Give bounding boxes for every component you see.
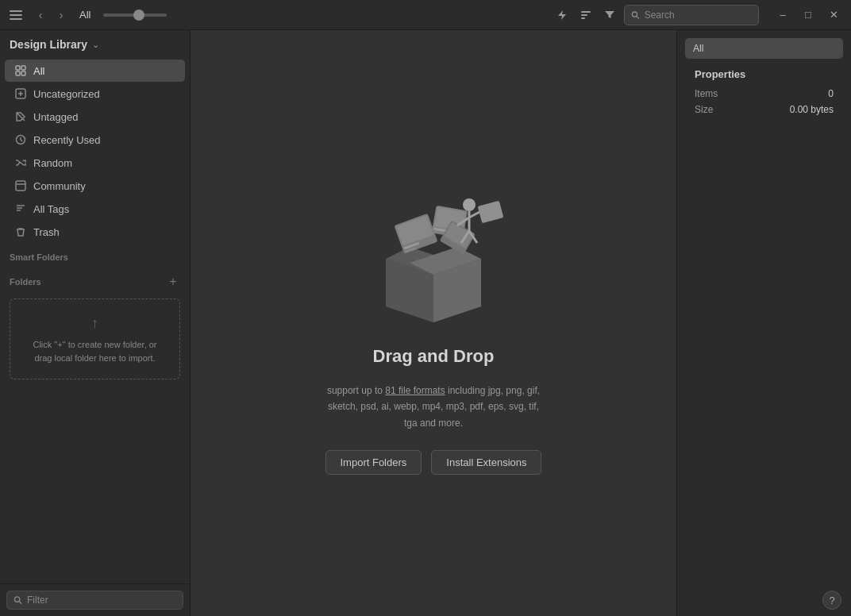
all-select-button[interactable]: All (685, 38, 843, 59)
svg-rect-12 (21, 71, 25, 75)
size-value: 0.00 bytes (790, 104, 834, 115)
nav-forward-button[interactable]: › (52, 6, 70, 24)
svg-rect-5 (581, 14, 587, 16)
sidebar-filter (0, 583, 190, 616)
sidebar-item-all-label: All (33, 65, 44, 77)
size-label: Size (695, 104, 713, 115)
main-layout: Design Library ⌄ All (0, 30, 851, 616)
folder-hint-text: Click "+" to create new folder, or drag … (20, 338, 170, 366)
svg-point-32 (463, 198, 476, 211)
svg-rect-0 (10, 10, 22, 12)
sidebar-item-untagged-label: Untagged (33, 111, 78, 123)
file-formats-link[interactable]: 81 file formats (385, 385, 445, 396)
sidebar-title-chevron-icon: ⌄ (92, 40, 99, 50)
search-input[interactable] (645, 10, 752, 21)
sidebar-item-random-label: Random (33, 157, 72, 169)
sidebar-item-trash-label: Trash (33, 226, 60, 238)
svg-line-17 (19, 602, 21, 604)
folder-drop-arrow-icon: ↑ (20, 312, 170, 335)
window-controls: – □ ✕ (772, 6, 845, 24)
slider-thumb (133, 10, 144, 21)
svg-rect-15 (16, 181, 25, 191)
items-value: 0 (828, 88, 834, 99)
svg-point-7 (632, 11, 637, 16)
all-icon (14, 64, 27, 77)
folder-drop-area: ↑ Click "+" to create new folder, or dra… (10, 298, 180, 379)
sidebar: Design Library ⌄ All (0, 30, 191, 616)
right-panel: All Properties Items 0 Size 0.00 bytes ? (676, 30, 851, 616)
svg-marker-3 (558, 10, 566, 20)
sidebar-item-community-label: Community (33, 180, 86, 192)
filter-search-icon (13, 595, 22, 605)
items-row: Items 0 (695, 88, 834, 99)
svg-rect-4 (581, 11, 591, 13)
drag-drop-illustration (354, 171, 513, 330)
drag-drop-title: Drag and Drop (373, 346, 495, 367)
smart-folders-section: Smart Folders (0, 246, 190, 265)
sidebar-item-all-tags[interactable]: All Tags (5, 198, 185, 220)
folders-section: Folders + (0, 268, 190, 292)
drag-drop-section: Drag and Drop support up to 81 file form… (325, 171, 542, 475)
menu-button[interactable] (6, 6, 25, 25)
svg-rect-1 (10, 14, 22, 16)
smart-folders-label: Smart Folders (10, 252, 68, 262)
search-icon (631, 10, 640, 20)
drag-drop-description: support up to 81 file formats including … (327, 383, 540, 431)
recently-used-icon (14, 133, 27, 146)
filter-button[interactable] (600, 6, 619, 25)
nav-back-button[interactable]: ‹ (32, 6, 49, 24)
sidebar-item-uncategorized-label: Uncategorized (33, 88, 100, 100)
sidebar-item-all[interactable]: All (5, 60, 185, 82)
size-row: Size 0.00 bytes (695, 104, 834, 115)
svg-rect-11 (16, 71, 20, 75)
sidebar-item-trash[interactable]: Trash (5, 221, 185, 243)
sidebar-nav: All Uncategorized Untag (0, 56, 190, 583)
sidebar-item-community[interactable]: Community (5, 175, 185, 197)
titlebar: ‹ › All (0, 0, 851, 30)
community-icon (14, 179, 27, 192)
filter-input-wrap (6, 591, 183, 610)
svg-rect-10 (21, 66, 25, 70)
uncategorized-icon (14, 87, 27, 100)
sidebar-item-uncategorized[interactable]: Uncategorized (5, 83, 185, 105)
content-area: Drag and Drop support up to 81 file form… (191, 30, 676, 616)
search-box (624, 5, 759, 25)
import-folders-button[interactable]: Import Folders (325, 450, 422, 475)
all-tags-icon (14, 202, 27, 215)
svg-line-8 (637, 16, 639, 18)
untagged-icon (14, 110, 27, 123)
bolt-icon-button[interactable] (553, 6, 572, 25)
titlebar-actions (553, 5, 759, 25)
svg-rect-9 (16, 66, 20, 70)
help-button[interactable]: ? (822, 591, 841, 610)
minimize-button[interactable]: – (772, 6, 794, 24)
items-label: Items (695, 88, 718, 99)
svg-rect-6 (581, 17, 585, 19)
sidebar-title: Design Library (10, 38, 87, 51)
right-panel-top: All Properties Items 0 Size 0.00 bytes (677, 30, 851, 120)
sidebar-item-recently-used-label: Recently Used (33, 134, 101, 146)
zoom-slider[interactable] (103, 13, 167, 17)
trash-icon (14, 225, 27, 238)
svg-point-16 (14, 597, 19, 602)
right-panel-footer: ? (677, 584, 851, 616)
properties-title: Properties (695, 68, 834, 80)
random-icon (14, 156, 27, 169)
maximize-button[interactable]: □ (797, 6, 819, 24)
folders-label: Folders (10, 277, 41, 287)
close-button[interactable]: ✕ (822, 6, 845, 24)
drag-drop-buttons: Import Folders Install Extensions (325, 450, 542, 475)
sidebar-item-all-tags-label: All Tags (33, 203, 69, 215)
install-extensions-button[interactable]: Install Extensions (431, 450, 541, 475)
filter-input[interactable] (27, 595, 176, 606)
sidebar-header: Design Library ⌄ (0, 30, 190, 56)
sort-button[interactable] (576, 6, 595, 25)
sidebar-item-untagged[interactable]: Untagged (5, 106, 185, 128)
sidebar-item-recently-used[interactable]: Recently Used (5, 129, 185, 151)
sidebar-item-random[interactable]: Random (5, 152, 185, 174)
svg-rect-2 (10, 18, 22, 20)
add-folder-button[interactable]: + (166, 275, 180, 289)
properties-section: Properties Items 0 Size 0.00 bytes (685, 68, 843, 115)
svg-rect-38 (478, 201, 504, 223)
section-label: All (79, 9, 90, 21)
